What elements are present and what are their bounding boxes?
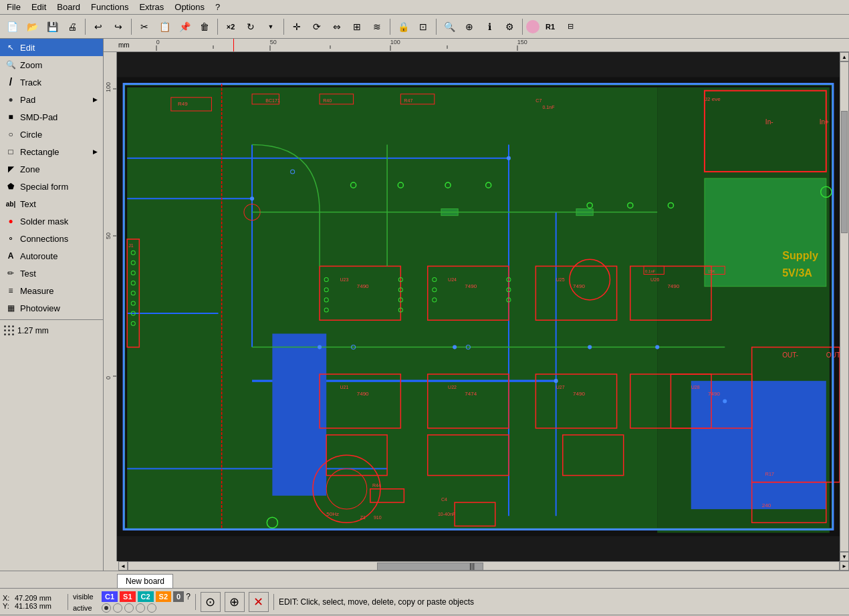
ratsnest-button[interactable]: ≋ [368, 17, 386, 36]
svg-text:Z1: Z1 [360, 515, 366, 520]
menu-help[interactable]: ? [210, 1, 225, 13]
info-button[interactable]: ℹ [480, 17, 499, 36]
menu-edit[interactable]: Edit [26, 1, 51, 13]
svg-text:U22: U22 [448, 385, 457, 390]
new-button[interactable]: 📄 [3, 17, 21, 36]
tool-rectangle[interactable]: □ Rectangle ▶ [0, 143, 103, 160]
circle-icon-btn[interactable] [526, 20, 539, 33]
crosshair-mode-btn[interactable]: ⊕ [225, 592, 245, 612]
svg-text:R17: R17 [765, 472, 774, 476]
open-button[interactable]: 📂 [23, 17, 41, 36]
layer-0[interactable]: 0 [173, 591, 184, 602]
align-button[interactable]: ⊞ [348, 17, 366, 36]
active-radio-s1[interactable] [113, 603, 122, 613]
save-button[interactable]: 💾 [43, 17, 62, 36]
mirror-button[interactable]: ⇔ [328, 17, 346, 36]
active-radio-0[interactable] [147, 603, 156, 613]
scroll-down-button[interactable]: ▼ [840, 552, 849, 561]
layer-c1[interactable]: C1 [102, 591, 118, 602]
tool-pad[interactable]: ● Pad ▶ [0, 91, 103, 108]
undo-button[interactable]: ↩ [89, 17, 108, 36]
no-connect-btn[interactable]: ✕ [249, 592, 269, 612]
copy-button[interactable]: 📋 [155, 17, 174, 36]
tab-new-board[interactable]: New board [117, 574, 173, 588]
print-button[interactable]: 🖨 [63, 17, 82, 36]
tool-special-form[interactable]: ⬟ Special form [0, 178, 103, 195]
ruler-mark-100: 100 [390, 39, 400, 45]
svg-point-110 [250, 196, 254, 200]
hscroll-track[interactable]: ||| [128, 561, 840, 571]
tool-connections[interactable]: ⚬ Connections [0, 230, 103, 247]
drc-button[interactable]: 🔒 [394, 17, 412, 36]
svg-text:910: 910 [374, 515, 382, 520]
layer-help-btn[interactable]: ? [186, 592, 191, 601]
cut-button[interactable]: ✂ [135, 17, 154, 36]
tool-solder-mask[interactable]: ● Solder mask [0, 212, 103, 230]
svg-text:In+: In+ [820, 118, 829, 126]
svg-text:U27: U27 [556, 385, 565, 390]
menu-extras[interactable]: Extras [134, 1, 169, 13]
svg-text:50: 50 [105, 233, 112, 239]
rotate-button[interactable]: ⟳ [308, 17, 326, 36]
menu-file[interactable]: File [1, 1, 26, 13]
tool-photoview[interactable]: ▦ Photoview [0, 299, 103, 317]
menu-options[interactable]: Options [169, 1, 210, 13]
menu-functions[interactable]: Functions [86, 1, 134, 13]
tool-text[interactable]: ab| Text [0, 195, 103, 212]
svg-text:7490: 7490 [667, 283, 679, 289]
tool-smd-pad[interactable]: ■ SMD-Pad [0, 108, 103, 126]
tool-test[interactable]: ✏ Test [0, 265, 103, 282]
active-radio-c2[interactable] [124, 603, 134, 613]
toolbar-sep-2 [131, 19, 132, 35]
hscroll-thumb[interactable] [377, 563, 483, 571]
svg-text:7490: 7490 [573, 283, 585, 289]
refresh-button[interactable]: ↻ [241, 17, 260, 36]
status-icons: ⊙ ⊕ ✕ [201, 592, 269, 612]
svg-text:R40: R40 [323, 98, 332, 103]
scroll-thumb-right[interactable] [841, 111, 848, 233]
scroll-left-button[interactable]: ◄ [118, 561, 128, 571]
pcb-canvas[interactable]: R49 BC171 R40 R47 C7 0.1nF J2 eve In- In… [117, 52, 840, 561]
tool-measure[interactable]: ≡ Measure [0, 282, 103, 299]
layer-c2[interactable]: C2 [138, 591, 154, 602]
tool-zoom[interactable]: 🔍 Zoom [0, 56, 103, 73]
scroll-track-right[interactable] [840, 61, 849, 552]
main-area: ↖ Edit 🔍 Zoom / Track ● Pad ▶ ■ SMD-Pad … [0, 39, 849, 571]
cursor-mode-btn[interactable]: ⊙ [201, 592, 221, 612]
menu-board[interactable]: Board [51, 1, 86, 13]
ruler-top: mm 0 50 100 150 [104, 39, 849, 52]
active-radio-s2[interactable] [136, 603, 145, 613]
delete-button[interactable]: 🗑 [195, 17, 214, 36]
svg-text:15K: 15K [708, 269, 715, 273]
scroll-up-button[interactable]: ▲ [840, 52, 849, 61]
extra-button[interactable]: ⊟ [561, 17, 580, 36]
redo-button[interactable]: ↪ [109, 17, 128, 36]
grid-section: 1.27 mm [0, 319, 103, 341]
active-radio-c1[interactable] [102, 603, 111, 613]
refresh-drop-button[interactable]: ▼ [261, 17, 280, 36]
right-scrollbar: ▲ ▼ [840, 52, 849, 561]
tool-edit[interactable]: ↖ Edit [0, 39, 103, 56]
tool-autoroute[interactable]: A Autoroute [0, 247, 103, 265]
move-button[interactable]: ✛ [287, 17, 306, 36]
layer-s1[interactable]: S1 [120, 591, 135, 602]
tool-track[interactable]: / Track [0, 73, 103, 91]
svg-text:7474: 7474 [465, 391, 477, 397]
active-row: active [73, 603, 191, 613]
settings-button[interactable]: ⚙ [500, 17, 519, 36]
paste-button[interactable]: 📌 [175, 17, 194, 36]
autoplace-button[interactable]: ⊡ [414, 17, 433, 36]
svg-text:0: 0 [105, 376, 112, 379]
ruler-mark-0: 0 [156, 39, 160, 45]
y-label: Y: [3, 602, 13, 610]
zoom2x-button[interactable]: ×2 [221, 17, 240, 36]
tool-zone[interactable]: ◤ Zone [0, 160, 103, 178]
r1-button[interactable]: R1 [541, 17, 560, 36]
x-coord-row: X: 47.209 mm [3, 594, 63, 602]
scroll-right-button[interactable]: ► [840, 561, 849, 571]
svg-text:5V/3A: 5V/3A [782, 267, 812, 279]
tool-circle[interactable]: ○ Circle [0, 126, 103, 143]
search-button[interactable]: 🔍 [440, 17, 459, 36]
layer-s2[interactable]: S2 [156, 591, 171, 602]
crosshair-button[interactable]: ⊕ [460, 17, 479, 36]
